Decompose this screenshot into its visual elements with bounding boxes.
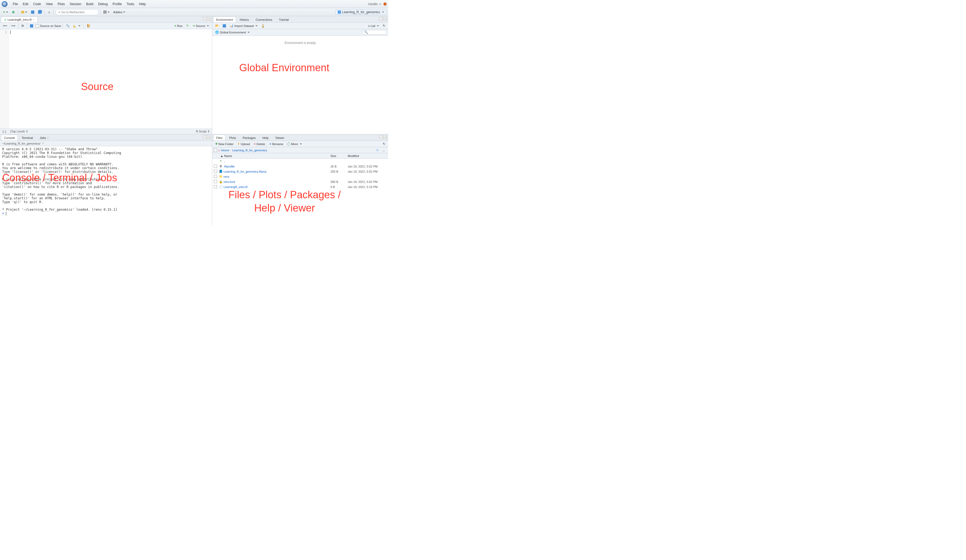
source-editor[interactable]: 1 [0,29,212,129]
menu-debug[interactable]: Debug [96,2,110,6]
back-button[interactable]: ⟸ [2,23,9,28]
refresh-env-button[interactable]: ↻ [381,23,387,28]
source-button[interactable]: ➔Source [191,23,210,28]
scope-selector[interactable]: (Top Level) ⇕ [10,130,28,133]
code-tools-button[interactable] [72,23,82,28]
menu-profile[interactable]: Profile [110,2,124,6]
tab-console[interactable]: Console [1,134,18,141]
file-name[interactable]: .Rprofile [223,165,330,168]
find-replace-button[interactable]: 🔍 [64,23,71,28]
tab-terminal[interactable]: Terminal [19,134,36,141]
close-icon[interactable]: × [47,136,49,139]
forward-button[interactable]: ⟹ [10,23,17,28]
menu-plots[interactable]: Plots [55,2,67,6]
file-row[interactable]: 📁renv [212,174,388,179]
source-tab[interactable]: ◎ LearningR_intro.R × [1,16,38,22]
import-dataset-button[interactable]: 📊 Import Dataset [228,23,259,28]
tab-files[interactable]: Files [213,134,225,141]
path-more-button[interactable]: … [381,148,387,153]
run-button[interactable]: ➔Run [172,23,184,28]
env-search[interactable]: 🔍 [362,30,387,34]
open-file-button[interactable] [20,10,29,15]
file-name[interactable]: LearningR_intro.R [223,185,330,188]
header-size[interactable]: Size [330,154,348,157]
header-name[interactable]: ▲ Name [219,154,330,157]
save-source-button[interactable] [29,23,34,28]
more-button[interactable]: More [286,142,303,146]
tab-history[interactable]: History [237,16,252,22]
tab-plots[interactable]: Plots [226,134,239,141]
print-button[interactable]: 🖨 [46,10,52,15]
env-scope-selector[interactable]: 🌐 Global Environment [214,30,251,35]
file-row[interactable]: 🔒renv.lock380 BJan 18, 2022, 5:02 PM [212,179,388,184]
maximize-pane-button[interactable]: ◻ [383,135,387,139]
source-on-save-checkbox[interactable] [36,24,39,28]
file-row[interactable]: ⚙.Rprofile26 BJan 18, 2022, 5:02 PM [212,164,388,169]
header-modified[interactable]: Modified [348,154,388,157]
new-folder-button[interactable]: ✚ New Folder [214,142,235,146]
menu-file[interactable]: File [10,2,20,6]
env-view-mode[interactable]: ≡ List [366,23,380,28]
file-up-label[interactable]: .. [223,160,330,163]
select-all-checkbox[interactable] [214,149,217,152]
menu-tools[interactable]: Tools [124,2,136,6]
save-button[interactable] [30,10,36,15]
load-workspace-button[interactable]: 📂 [214,23,220,28]
refresh-files-button[interactable]: ↻ [381,142,387,146]
goto-project-dir-button[interactable]: ® [375,148,380,153]
close-icon[interactable]: × [33,18,34,21]
file-checkbox[interactable] [214,165,217,168]
file-row[interactable]: 📘Learning_R_for_genomics.Rproj205 BJan 1… [212,169,388,174]
menu-build[interactable]: Build [84,2,96,6]
file-name[interactable]: Learning_R_for_genomics.Rproj [223,170,330,173]
minimize-pane-button[interactable]: — [379,17,383,21]
menu-view[interactable]: View [43,2,55,6]
file-checkbox[interactable] [214,170,217,173]
menu-help[interactable]: Help [136,2,148,6]
minimize-pane-button[interactable]: — [203,17,207,21]
tab-viewer[interactable]: Viewer [273,134,287,141]
project-selector[interactable]: Learning_R_for_genomics [335,10,387,15]
maximize-pane-button[interactable]: ◻ [207,17,211,21]
new-file-button[interactable]: + [2,10,10,15]
menu-edit[interactable]: Edit [20,2,31,6]
session-status-icon[interactable] [383,2,387,6]
compile-report-button[interactable]: 📔 [85,23,92,28]
menu-code[interactable]: Code [31,2,43,6]
file-row[interactable]: 📄LearningR_intro.R0 BJan 18, 2022, 5:16 … [212,184,388,189]
file-name[interactable]: renv [223,175,330,178]
save-workspace-button[interactable] [222,23,227,28]
rerun-button[interactable]: ↻ [185,23,190,28]
show-in-new-window-button[interactable]: ⧉ [20,23,25,28]
breadcrumb-home[interactable]: Home [221,149,229,152]
toolbar-grid-button[interactable] [102,10,111,15]
file-row-up[interactable]: ⬑ .. [212,159,388,164]
rename-button[interactable]: ➜ Rename [268,142,285,146]
tab-jobs[interactable]: Jobs × [37,134,52,141]
maximize-pane-button[interactable]: ◻ [383,17,387,21]
tab-tutorial[interactable]: Tutorial [276,16,292,22]
maximize-pane-button[interactable]: ◻ [207,135,211,139]
file-name[interactable]: renv.lock [223,180,330,183]
file-function-search[interactable]: ➜ [55,9,99,15]
tab-packages[interactable]: Packages [240,134,259,141]
console-working-dir[interactable]: ~/Learning_R_for_genomics/ [2,142,41,145]
file-function-input[interactable] [62,10,94,14]
save-all-button[interactable] [37,10,43,15]
delete-button[interactable]: ⦸ Delete [253,142,266,146]
addins-button[interactable]: Addins [112,10,127,15]
tab-connections[interactable]: Connections [253,16,275,22]
minimize-pane-button[interactable]: — [203,135,207,139]
file-checkbox[interactable] [214,180,217,183]
sign-out-icon[interactable]: ⎋ [380,2,381,6]
file-checkbox[interactable] [214,175,217,178]
breadcrumb-folder[interactable]: Learning_R_for_genomics [232,149,267,152]
tab-environment[interactable]: Environment [213,16,236,22]
file-type-selector[interactable]: R Script ⇕ [196,130,210,133]
tab-help[interactable]: Help [260,134,272,141]
cursor-position[interactable]: 1:1 [2,130,6,133]
browse-dir-icon[interactable]: ⇗ [41,142,44,145]
upload-button[interactable]: ⬆ Upload [236,142,251,146]
file-checkbox[interactable] [214,185,217,188]
home-icon[interactable]: ⌂ [218,148,220,152]
